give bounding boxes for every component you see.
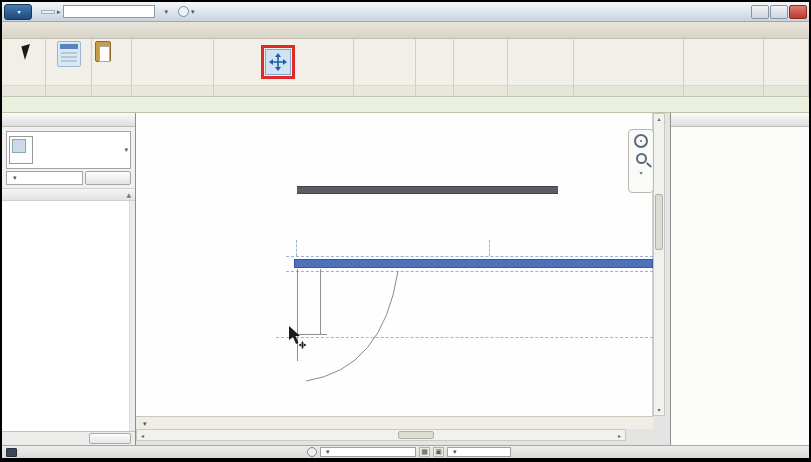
reference-tick-left (296, 240, 297, 256)
selection-dash-top (286, 256, 653, 257)
sign-in-dropdown-icon[interactable]: ▾ (165, 8, 169, 16)
panel-select (2, 39, 46, 96)
zoom-icon[interactable] (636, 153, 647, 164)
horizontal-scrollbar[interactable]: ◂ ▸ (136, 429, 626, 441)
type-selector[interactable] (6, 131, 131, 169)
collapse-icon: ▲ (126, 191, 131, 198)
panel-analysis (764, 39, 809, 96)
scroll-left-icon[interactable]: ◂ (137, 432, 148, 439)
red-highlight-box (261, 45, 295, 79)
project-browser (670, 113, 809, 445)
apply-button[interactable] (89, 433, 131, 444)
view-control-bar (136, 416, 653, 429)
panel-create (454, 39, 508, 96)
help-icon[interactable] (178, 6, 189, 17)
floor-plan-type-icon (9, 136, 33, 164)
steering-wheel-icon[interactable] (634, 134, 648, 148)
editing-requests-icon[interactable] (307, 447, 317, 457)
witness-line-right (320, 269, 321, 335)
vscroll-thumb[interactable] (655, 194, 663, 250)
panel-duct-lining (684, 39, 764, 96)
panel-clipboard (92, 39, 132, 96)
scroll-right-icon[interactable]: ▸ (614, 432, 625, 439)
close-button[interactable] (789, 5, 807, 19)
search-input[interactable] (63, 5, 155, 18)
options-bar (2, 97, 809, 113)
panel-measure (416, 39, 454, 96)
modify-cursor-icon[interactable] (21, 44, 33, 60)
worksharing-icon[interactable] (6, 448, 17, 457)
properties-palette: ▲ (2, 113, 136, 445)
browser-tree (671, 127, 809, 133)
navbar-dropdown-icon[interactable]: ▾ (639, 169, 642, 176)
witness-line-left (297, 269, 298, 361)
panel-view (354, 39, 416, 96)
panel-duct-insulation (574, 39, 684, 96)
ribbon-tab-bar (2, 22, 809, 39)
window-title (41, 10, 55, 14)
duct-selected[interactable] (294, 259, 653, 268)
revit-window: ▾ ▸ ▾ ▾ (0, 0, 811, 462)
dimension-base-line (294, 334, 327, 335)
view-viewport[interactable]: ▾ (136, 113, 653, 416)
move-button[interactable] (265, 49, 291, 75)
application-menu-button[interactable]: ▾ (4, 4, 32, 20)
view-selector[interactable] (6, 171, 83, 185)
panel-geometry (132, 39, 214, 96)
panel-properties (46, 39, 92, 96)
worksets-dialog-icon[interactable]: ▦ (419, 447, 430, 457)
title-expand-icon[interactable]: ▸ (57, 8, 61, 16)
hscroll-thumb[interactable] (398, 431, 434, 439)
property-grid (2, 201, 135, 431)
design-options-dialog-icon[interactable]: ▣ (433, 447, 444, 457)
scroll-down-icon[interactable]: ▾ (657, 405, 660, 415)
panel-edit-contextual (508, 39, 574, 96)
vertical-scrollbar[interactable]: ▴ ▾ (653, 113, 665, 416)
navigation-bar[interactable]: ▾ (628, 129, 654, 193)
paste-icon[interactable] (95, 41, 111, 62)
drawing-area[interactable]: ▾ ◂ ▸ ▴ ▾ (136, 113, 670, 445)
maximize-button[interactable] (770, 5, 788, 19)
graphics-group-header[interactable]: ▲ (2, 188, 135, 201)
duct-original[interactable] (297, 186, 558, 194)
minimize-button[interactable] (751, 5, 769, 19)
properties-scrollbar[interactable] (129, 201, 135, 431)
edit-type-button[interactable] (85, 171, 131, 185)
move-icon (269, 53, 287, 71)
help-dropdown-icon[interactable]: ▾ (191, 8, 195, 16)
reference-dash-line (276, 337, 653, 338)
panel-modify (214, 39, 354, 96)
view-scale-button[interactable] (140, 419, 174, 428)
workset-selector[interactable] (320, 447, 416, 457)
reference-tick-mid (489, 240, 490, 256)
scroll-up-icon[interactable]: ▴ (657, 114, 660, 124)
title-bar: ▾ ▸ ▾ ▾ (2, 2, 809, 22)
selection-dash-bottom (286, 271, 653, 272)
status-bar: ▦ ▣ (2, 445, 809, 458)
design-option-selector[interactable] (447, 447, 511, 457)
ribbon (2, 39, 809, 97)
properties-palette-icon[interactable] (57, 41, 81, 67)
